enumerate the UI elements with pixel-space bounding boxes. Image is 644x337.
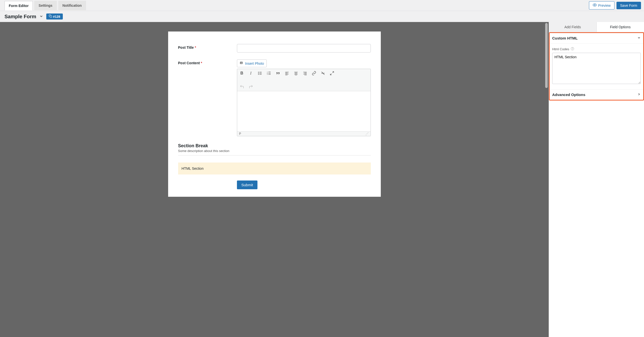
tab-settings[interactable]: Settings	[34, 1, 57, 10]
svg-rect-26	[303, 74, 307, 74]
svg-rect-20	[294, 72, 298, 72]
html-codes-label-text: Html Codes	[552, 47, 569, 51]
tab-add-fields[interactable]: Add Fields	[549, 22, 596, 32]
panel-custom-html-title: Custom HTML	[552, 36, 578, 40]
insert-photo-button[interactable]: Insert Photo	[237, 60, 267, 67]
top-actions: Preview Save Form	[589, 1, 641, 10]
editor-path: P	[239, 132, 241, 136]
tab-form-editor[interactable]: Form Editor	[5, 1, 33, 10]
svg-rect-9	[259, 74, 261, 75]
svg-rect-18	[285, 74, 289, 74]
post-content-label: Post Content *	[178, 60, 237, 136]
html-codes-label: Html Codes	[552, 47, 641, 51]
required-asterisk: *	[195, 46, 196, 50]
blockquote-icon[interactable]	[275, 70, 281, 76]
section-break-description: Some description about this section	[178, 149, 371, 156]
panel-custom-html[interactable]: Custom HTML	[550, 33, 643, 44]
post-title-label-text: Post Title	[178, 46, 194, 50]
svg-rect-19	[285, 75, 287, 75]
svg-line-29	[332, 72, 334, 73]
sub-header: Sample Form #128	[0, 11, 644, 22]
svg-rect-11	[268, 72, 270, 72]
svg-rect-17	[285, 73, 287, 74]
canvas-scrollbar[interactable]	[545, 22, 548, 337]
svg-rect-27	[304, 75, 306, 75]
preview-button[interactable]: Preview	[589, 1, 614, 10]
submit-row: Submit	[237, 180, 371, 189]
svg-point-6	[258, 73, 259, 74]
copy-icon	[49, 14, 52, 18]
field-post-title[interactable]: Post Title *	[178, 44, 371, 52]
italic-icon[interactable]: I	[248, 70, 254, 76]
field-section-break[interactable]: Section Break Some description about thi…	[178, 143, 371, 156]
svg-text:3: 3	[267, 74, 267, 75]
editor-statusbar: P ⋰	[237, 131, 371, 136]
numbered-list-icon[interactable]: 123	[266, 70, 272, 76]
bullet-list-icon[interactable]	[257, 70, 263, 76]
tab-field-options[interactable]: Field Options	[596, 22, 644, 32]
bold-icon[interactable]: B	[239, 70, 245, 76]
sidebar: Add Fields Field Options Custom HTML Htm…	[549, 22, 644, 337]
svg-rect-5	[259, 72, 261, 72]
preview-label: Preview	[598, 4, 611, 8]
unlink-icon[interactable]	[320, 70, 326, 76]
svg-point-32	[572, 49, 572, 50]
svg-line-30	[330, 74, 332, 75]
field-html-section[interactable]: HTML Section	[178, 162, 371, 174]
sidebar-content: Custom HTML Html Codes	[549, 32, 644, 337]
svg-rect-24	[303, 72, 307, 72]
svg-rect-1	[50, 16, 52, 18]
save-form-button[interactable]: Save Form	[616, 2, 641, 9]
main-tabs: Form Editor Settings Notification	[5, 1, 86, 10]
svg-rect-15	[268, 74, 270, 75]
redo-icon[interactable]	[248, 84, 254, 90]
main-area: Post Title * Post Content *	[0, 22, 644, 337]
top-bar: Form Editor Settings Notification Previe…	[0, 0, 644, 11]
scrollbar-thumb[interactable]	[545, 23, 548, 88]
html-codes-textarea[interactable]	[552, 53, 641, 84]
undo-icon[interactable]	[239, 84, 245, 90]
panel-advanced-options-title: Advanced Options	[552, 92, 585, 97]
editor-toolbar: B I 123	[237, 69, 371, 91]
panel-advanced-options[interactable]: Advanced Options	[550, 89, 643, 100]
chevron-right-icon	[637, 92, 641, 97]
help-icon[interactable]	[571, 47, 574, 51]
field-options-panel: Custom HTML Html Codes	[549, 32, 644, 100]
form-name-dropdown[interactable]	[39, 14, 43, 19]
svg-rect-7	[259, 73, 261, 74]
align-center-icon[interactable]	[293, 70, 299, 76]
insert-photo-label: Insert Photo	[245, 62, 264, 66]
post-title-input[interactable]	[237, 44, 371, 52]
form-name: Sample Form	[5, 14, 36, 20]
resize-grip-icon[interactable]: ⋰	[366, 132, 369, 136]
photo-icon	[240, 61, 244, 66]
rich-text-editor: B I 123	[237, 69, 371, 136]
tab-notification[interactable]: Notification	[58, 1, 86, 10]
post-title-label: Post Title *	[178, 44, 237, 52]
svg-rect-22	[294, 74, 298, 74]
form-id-text: #128	[53, 15, 60, 18]
form-canvas: Post Title * Post Content *	[168, 32, 381, 197]
svg-rect-25	[304, 73, 306, 74]
eye-icon	[593, 3, 597, 8]
align-right-icon[interactable]	[302, 70, 308, 76]
submit-button[interactable]: Submit	[237, 180, 258, 189]
svg-rect-21	[295, 73, 297, 74]
required-asterisk: *	[201, 61, 202, 65]
svg-point-0	[594, 4, 595, 6]
form-canvas-wrap: Post Title * Post Content *	[0, 22, 549, 337]
svg-rect-23	[295, 75, 297, 75]
section-break-title: Section Break	[178, 143, 371, 148]
align-left-icon[interactable]	[284, 70, 290, 76]
fullscreen-icon[interactable]	[329, 70, 335, 76]
link-icon[interactable]	[311, 70, 317, 76]
svg-rect-16	[285, 72, 289, 72]
chevron-down-icon	[637, 36, 641, 40]
field-post-content[interactable]: Post Content * Insert Photo B	[178, 60, 371, 136]
sidebar-tabs: Add Fields Field Options	[549, 22, 644, 32]
form-id-badge[interactable]: #128	[46, 14, 63, 20]
svg-point-4	[258, 72, 259, 72]
svg-rect-13	[268, 73, 270, 74]
editor-content[interactable]	[237, 91, 371, 131]
custom-html-body: Html Codes	[550, 44, 643, 89]
